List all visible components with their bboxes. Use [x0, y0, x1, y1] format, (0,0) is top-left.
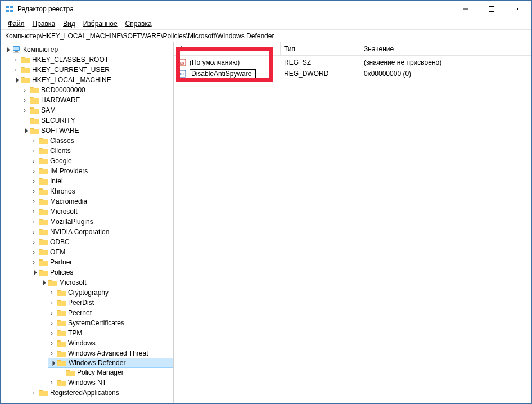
chevron-right-icon[interactable]: › — [30, 258, 38, 266]
chevron-right-icon[interactable]: › — [48, 379, 56, 387]
chevron-right-icon[interactable]: › — [21, 86, 29, 94]
tree-root-computer[interactable]: Компьютер — [3, 44, 173, 55]
folder-icon — [39, 248, 48, 256]
folder-icon — [57, 319, 66, 327]
svg-rect-1 — [10, 6, 13, 8]
tree-regapps[interactable]: ›RegisteredApplications — [30, 388, 173, 398]
chevron-right-icon[interactable]: › — [30, 238, 38, 246]
column-header-name[interactable]: Имя — [174, 42, 281, 55]
tree-windows-defender[interactable]: Windows Defender — [48, 358, 173, 368]
tree-syscert[interactable]: ›SystemCertificates — [48, 318, 173, 328]
tree-winnt[interactable]: ›Windows NT — [48, 378, 173, 388]
chevron-down-icon[interactable] — [48, 359, 56, 367]
chevron-right-icon[interactable]: › — [48, 299, 56, 307]
tree-policies-microsoft[interactable]: Microsoft — [39, 277, 173, 288]
tree-macromedia[interactable]: ›Macromedia — [30, 196, 173, 207]
tree-hardware[interactable]: ›HARDWARE — [21, 95, 173, 105]
chevron-down-icon[interactable] — [3, 46, 11, 53]
tree-hklm[interactable]: HKEY_LOCAL_MACHINE — [12, 75, 173, 85]
tree-oem[interactable]: ›OEM — [30, 247, 173, 257]
minimize-button[interactable] — [453, 1, 479, 17]
close-button[interactable] — [504, 1, 530, 17]
tree-odbc[interactable]: ›ODBC — [30, 237, 173, 247]
tree-improviders[interactable]: ›IM Providers — [30, 166, 173, 176]
svg-rect-9 — [13, 47, 19, 50]
chevron-right-icon[interactable]: › — [30, 389, 38, 397]
chevron-right-icon[interactable]: › — [48, 289, 56, 297]
value-name-edit-input[interactable] — [190, 69, 256, 78]
chevron-right-icon[interactable]: › — [30, 137, 38, 145]
value-list-panel: Имя Тип Значение ab (По умолчанию) REG_S… — [174, 42, 531, 403]
tree-hkcu[interactable]: ›HKEY_CURRENT_USER — [12, 65, 173, 75]
chevron-right-icon[interactable]: › — [48, 319, 56, 327]
column-header-value[interactable]: Значение — [360, 42, 531, 55]
tree-intel[interactable]: ›Intel — [30, 176, 173, 186]
list-row-default[interactable]: ab (По умолчанию) REG_SZ (значение не пр… — [174, 57, 531, 68]
chevron-right-icon[interactable]: › — [30, 157, 38, 165]
chevron-right-icon[interactable]: › — [21, 96, 29, 104]
menu-help[interactable]: Справка — [121, 19, 156, 29]
svg-rect-0 — [6, 6, 9, 8]
tree-panel[interactable]: Компьютер ›HKEY_CLASSES_ROOT ›HKEY_CURRE… — [1, 42, 174, 403]
chevron-right-icon[interactable]: › — [30, 228, 38, 236]
address-bar[interactable]: Компьютер\HKEY_LOCAL_MACHINE\SOFTWARE\Po… — [1, 30, 531, 42]
tree-policy-manager[interactable]: ·Policy Manager — [57, 367, 173, 378]
tree-clients[interactable]: ›Clients — [30, 146, 173, 156]
chevron-right-icon[interactable]: › — [48, 309, 56, 317]
tree-nvidia[interactable]: ›NVIDIA Corporation — [30, 227, 173, 237]
folder-icon — [39, 177, 48, 185]
tree-mozilla[interactable]: ›MozillaPlugins — [30, 217, 173, 227]
menu-edit[interactable]: Правка — [29, 19, 60, 29]
chevron-down-icon[interactable] — [21, 127, 29, 134]
menu-view[interactable]: Вид — [59, 19, 79, 29]
tree-google[interactable]: ›Google — [30, 156, 173, 166]
folder-icon — [66, 369, 75, 376]
chevron-right-icon[interactable]: › — [12, 56, 20, 64]
chevron-down-icon[interactable] — [12, 76, 20, 84]
chevron-right-icon[interactable]: › — [30, 147, 38, 155]
value-type: REG_SZ — [284, 59, 311, 66]
tree-peerdist[interactable]: ›PeerDist — [48, 298, 173, 308]
chevron-down-icon[interactable] — [39, 279, 47, 286]
folder-icon — [30, 106, 39, 114]
tree-partner[interactable]: ›Partner — [30, 257, 173, 267]
column-header-type[interactable]: Тип — [281, 42, 360, 55]
tree-khronos[interactable]: ›Khronos — [30, 186, 173, 196]
chevron-right-icon[interactable]: › — [30, 187, 38, 195]
tree-peernet[interactable]: ›Peernet — [48, 308, 173, 318]
tree-windows[interactable]: ›Windows — [48, 338, 173, 348]
chevron-right-icon[interactable]: › — [48, 329, 56, 337]
chevron-right-icon[interactable]: › — [30, 248, 38, 256]
tree-microsoft[interactable]: ›Microsoft — [30, 207, 173, 217]
chevron-right-icon[interactable]: › — [12, 66, 20, 74]
tree-cryptography[interactable]: ›Cryptography — [48, 288, 173, 298]
chevron-right-icon[interactable]: › — [30, 167, 38, 175]
menu-favorites[interactable]: Избранное — [79, 19, 121, 29]
chevron-right-icon[interactable]: › — [30, 197, 38, 205]
maximize-button[interactable] — [479, 1, 504, 17]
tree-tpm[interactable]: ›TPM — [48, 328, 173, 338]
chevron-right-icon[interactable]: › — [48, 339, 56, 347]
tree-bcd[interactable]: ›BCD00000000 — [21, 85, 173, 95]
folder-icon — [39, 238, 48, 246]
chevron-down-icon[interactable] — [30, 268, 38, 276]
tree-software[interactable]: SOFTWARE — [21, 125, 173, 136]
chevron-right-icon[interactable]: › — [30, 177, 38, 185]
tree-wat[interactable]: ›Windows Advanced Threat — [48, 348, 173, 358]
chevron-right-icon[interactable]: › — [30, 218, 38, 226]
tree-hkcr[interactable]: ›HKEY_CLASSES_ROOT — [12, 55, 173, 65]
app-icon — [5, 5, 14, 14]
tree-sam[interactable]: ›SAM — [21, 105, 173, 115]
menu-file[interactable]: Файл — [4, 19, 29, 29]
tree-label: Компьютер — [23, 46, 58, 53]
folder-icon — [39, 389, 48, 397]
chevron-right-icon[interactable]: › — [48, 349, 56, 357]
chevron-right-icon[interactable]: › — [30, 208, 38, 216]
tree-classes[interactable]: ›Classes — [30, 136, 173, 146]
tree-security[interactable]: ›SECURITY — [21, 115, 173, 125]
list-body[interactable]: ab (По умолчанию) REG_SZ (значение не пр… — [174, 56, 531, 403]
chevron-right-icon[interactable]: › — [21, 106, 29, 114]
tree-policies[interactable]: Policies — [30, 267, 173, 277]
svg-text:011: 011 — [178, 72, 185, 76]
list-row-disableantispyware[interactable]: 011 REG_DWORD 0x00000000 (0) — [174, 68, 531, 79]
